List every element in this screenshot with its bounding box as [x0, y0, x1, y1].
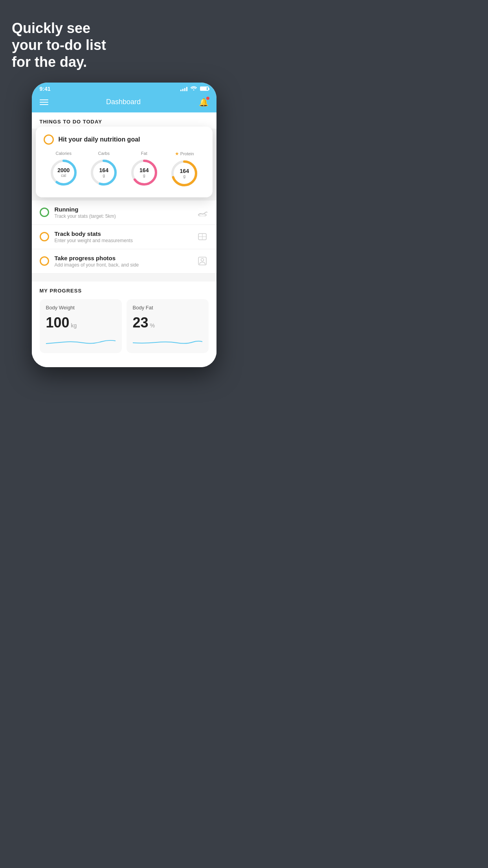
protein-donut: 164 g: [170, 159, 199, 188]
battery-icon: [200, 86, 209, 91]
running-title: Running: [55, 206, 191, 213]
body-weight-value: 100 kg: [46, 314, 116, 331]
protein-value: 164: [180, 168, 189, 174]
body-weight-card-title: Body Weight: [46, 305, 116, 311]
fat-value: 164: [139, 167, 149, 173]
body-fat-number: 23: [133, 314, 149, 331]
nutrition-card[interactable]: Hit your daily nutrition goal Calories: [36, 127, 213, 197]
protein-unit: g: [180, 174, 189, 178]
nutrition-circles: Calories 2000 cal: [44, 151, 205, 188]
body-weight-card[interactable]: Body Weight 100 kg: [40, 299, 122, 353]
nutrition-calories: Calories 2000 cal: [49, 151, 78, 187]
todo-item-progress-photos[interactable]: Take progress photos Add images of your …: [32, 249, 216, 274]
menu-button[interactable]: [40, 99, 48, 105]
fat-unit: g: [139, 173, 149, 178]
body-stats-subtitle: Enter your weight and measurements: [55, 238, 191, 243]
calories-value: 2000: [57, 167, 70, 173]
status-time: 9:41: [40, 86, 51, 92]
progress-cards: Body Weight 100 kg Body Fat: [40, 299, 209, 353]
todo-item-running[interactable]: Running Track your stats (target: 5km): [32, 200, 216, 225]
wifi-icon: [191, 86, 197, 92]
signal-bars-icon: [180, 86, 187, 91]
fat-label: Fat: [141, 151, 147, 156]
headline: Quickly see your to-do list for the day.: [12, 20, 236, 71]
headline-line2: your to-do list: [12, 37, 106, 53]
fat-donut: 164 g: [130, 158, 159, 187]
carbs-label: Carbs: [98, 151, 110, 156]
status-bar: 9:41: [32, 83, 216, 94]
phone-bottom: [32, 359, 216, 367]
header-title: Dashboard: [106, 98, 141, 106]
person-icon: [196, 255, 209, 267]
scale-icon: [196, 230, 209, 243]
carbs-value: 164: [99, 167, 108, 173]
body-fat-card[interactable]: Body Fat 23 %: [127, 299, 209, 353]
star-icon: ★: [175, 151, 179, 156]
things-to-do-section: THINGS TO DO TODAY: [32, 112, 216, 129]
body-weight-number: 100: [46, 314, 70, 331]
running-text: Running Track your stats (target: 5km): [55, 206, 191, 219]
app-header: Dashboard 🔔: [32, 94, 216, 112]
body-stats-title: Track body stats: [55, 230, 191, 237]
body-fat-value: 23 %: [133, 314, 202, 331]
progress-photos-subtitle: Add images of your front, back, and side: [55, 262, 191, 268]
progress-photos-checkbox[interactable]: [40, 256, 49, 266]
my-progress-title: MY PROGRESS: [40, 288, 209, 294]
nutrition-carbs: Carbs 164 g: [89, 151, 118, 187]
calories-unit: cal: [57, 173, 70, 178]
calories-label: Calories: [56, 151, 72, 156]
body-weight-chart: [46, 336, 116, 348]
svg-point-13: [201, 259, 204, 261]
running-icon: [196, 206, 209, 219]
notification-button[interactable]: 🔔: [199, 97, 209, 107]
headline-line1: Quickly see: [12, 20, 90, 36]
nutrition-card-header: Hit your daily nutrition goal: [44, 134, 205, 145]
page-background: Quickly see your to-do list for the day.…: [0, 0, 244, 434]
nutrition-card-title: Hit your daily nutrition goal: [59, 136, 140, 143]
body-fat-unit: %: [150, 322, 155, 329]
headline-line3: for the day.: [12, 54, 87, 70]
body-fat-chart: [133, 336, 202, 348]
carbs-unit: g: [99, 173, 108, 178]
todo-list: Running Track your stats (target: 5km): [32, 200, 216, 274]
nutrition-checkbox[interactable]: [44, 134, 54, 145]
nutrition-protein: ★ Protein 164 g: [170, 151, 199, 188]
running-checkbox[interactable]: [40, 208, 49, 217]
calories-donut: 2000 cal: [49, 158, 78, 187]
progress-photos-title: Take progress photos: [55, 255, 191, 261]
body-fat-card-title: Body Fat: [133, 305, 202, 311]
my-progress-section: MY PROGRESS Body Weight 100 kg: [32, 281, 216, 359]
carbs-donut: 164 g: [89, 158, 118, 187]
running-subtitle: Track your stats (target: 5km): [55, 213, 191, 219]
app-content: THINGS TO DO TODAY Hit your daily nutrit…: [32, 112, 216, 367]
body-weight-unit: kg: [71, 322, 77, 329]
body-stats-text: Track body stats Enter your weight and m…: [55, 230, 191, 243]
notification-badge: [206, 97, 209, 100]
protein-label: ★ Protein: [175, 151, 194, 156]
progress-photos-text: Take progress photos Add images of your …: [55, 255, 191, 268]
todo-item-body-stats[interactable]: Track body stats Enter your weight and m…: [32, 225, 216, 249]
phone-mockup: 9:41: [32, 83, 216, 367]
things-to-do-title: THINGS TO DO TODAY: [40, 119, 209, 125]
nutrition-fat: Fat 164 g: [130, 151, 159, 187]
status-icons: [180, 86, 209, 92]
body-stats-checkbox[interactable]: [40, 232, 49, 241]
